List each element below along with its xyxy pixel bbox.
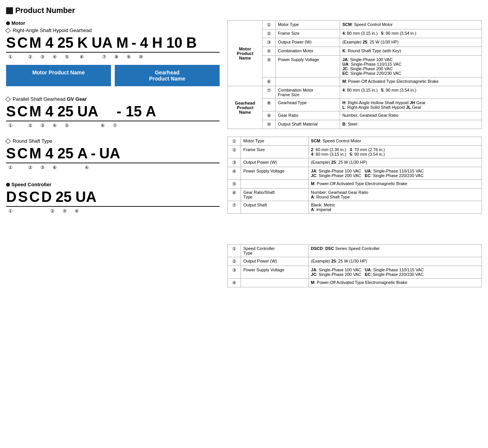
speed-controller-section: Speed Controller D S C D 25 UA ①: [6, 182, 220, 214]
table-row: ② Frame Size 2: 60 mm (2.36 in.) 3: 70 m…: [228, 146, 482, 158]
round-chars-row: S C M 4 25 A - UA: [6, 145, 220, 163]
p-char-A: A: [146, 103, 156, 120]
round-nums-row: ① ② ③ ⑥ ④: [6, 165, 220, 170]
p-char-15: 15: [126, 103, 142, 120]
char-UA: UA: [92, 35, 112, 51]
page-container: Product Number Motor Right-Angle Shaft H…: [6, 6, 482, 295]
sc-bullet: [6, 183, 10, 187]
num-9: ⑧: [112, 54, 120, 60]
table-row: ④ M: Power-Off Activated Type Electromag…: [228, 279, 482, 287]
num-10: ⑨: [124, 54, 133, 60]
spec-table-2: ① Motor Type SCM: Speed Control Motor ② …: [227, 137, 482, 214]
motor-product-name-box: Motor Product Name: [6, 65, 111, 86]
left-column: Motor Right-Angle Shaft Hypoid Gearhead …: [6, 20, 220, 224]
diamond-icon: [5, 27, 11, 33]
spec-table-3: ① Speed ControllerType DSCD: DSC Series …: [227, 244, 482, 287]
table-row: ① Motor Type SCM: Speed Control Motor: [228, 137, 482, 146]
table-row: ⑥ Gear Ratio/ShaftType Number: Gearhead …: [228, 189, 482, 201]
p-char-S: S: [6, 103, 16, 120]
table-row: ⑨ Gear Ratio Number: Geahead Gear Ratio: [228, 111, 482, 120]
table-row: ③ Output Power (W) (Example) 25: 25 W (1…: [228, 38, 482, 47]
right-angle-nums-row: ① ② ③ ④ ⑤ ⑥ ⑦ ⑧ ⑨ ⑩: [6, 54, 220, 60]
char-C: C: [17, 35, 27, 51]
field-num-1: ①: [263, 21, 276, 29]
p-char-25: 25: [57, 103, 73, 120]
table-row: ② Frame Size 4: 80 mm (3.15 in.) 5: 90 m…: [228, 29, 482, 38]
char-S: S: [6, 35, 16, 51]
sc-chars-row: D S C D 25 UA: [6, 189, 220, 207]
right-column: MotorProductName ① Motor Type SCM: Speed…: [227, 20, 482, 295]
table-row: ⑧ Gearhead Type H: Right-Angle Hollow Sh…: [228, 99, 482, 111]
table-row: ⑤ M: Power-Off Activated Type Electromag…: [228, 180, 482, 189]
table-row: ④ Combination Motor K: Round Shaft Type …: [228, 47, 482, 56]
right-angle-label: Right-Angle Shaft Hypoid Gearhead: [6, 27, 220, 33]
sc-nums-row: ① ② ③ ④: [6, 208, 220, 214]
p-char-C: C: [17, 103, 27, 120]
parallel-chars-row: S C M 4 25 UA - 15 A: [6, 103, 220, 121]
table-row: ③ Power Supply Voltage JA: Single-Phase …: [228, 266, 482, 279]
char-4: 4: [45, 35, 53, 51]
table-row: ⑦ Output Shaft Blank: Metric A: Imperial: [228, 201, 482, 214]
gearhead-product-name-box: GearheadProduct Name: [115, 65, 220, 86]
char-dash: -: [132, 35, 137, 51]
title-square-icon: [6, 7, 13, 14]
char-10: 10: [166, 35, 182, 51]
diamond-icon-3: [5, 138, 11, 143]
table-row: ④ Power Supply Voltage JA: Single-Phase …: [228, 167, 482, 180]
motor-label: Motor: [6, 20, 220, 26]
char-4b: 4: [140, 35, 148, 51]
right-angle-code-block: S C M 4 25 K UA M - 4 H 10 B ①: [6, 35, 220, 86]
char-M: M: [29, 35, 42, 51]
sc-code-block: D S C D 25 UA ① ② ③ ④: [6, 189, 220, 214]
diamond-icon-2: [5, 96, 11, 102]
motor-bullet: [6, 21, 10, 25]
parallel-label: Parallel Shaft Gearhead GV Gear: [6, 96, 220, 102]
table-row: MotorProductName ① Motor Type SCM: Speed…: [228, 21, 482, 29]
table-row: ③ Output Power (W) (Example) 25: 25 W (1…: [228, 158, 482, 167]
round-label: Round Shaft Type: [6, 138, 220, 144]
table-row: ⑤ Power Supply Voltage JA: Single-Phase …: [228, 56, 482, 77]
num-3: ②: [26, 54, 34, 60]
char-B: B: [186, 35, 196, 51]
p-char-dash: -: [117, 103, 122, 120]
char-M2: M: [116, 35, 128, 51]
spec-table-1: MotorProductName ① Motor Type SCM: Speed…: [227, 20, 482, 129]
p-char-M: M: [29, 103, 42, 120]
field-name-1: Motor Type: [276, 21, 340, 29]
blue-boxes-row: Motor Product Name GearheadProduct Name: [6, 65, 220, 86]
table-row: ② Output Power (W) (Example) 25: 25 W (1…: [228, 257, 482, 266]
group-gearhead-label: GearheadProductName: [228, 86, 263, 129]
parallel-code-block: S C M 4 25 UA - 15 A ① ② ③ ④: [6, 103, 220, 128]
table-row: ⑩ Output Shaft Material B: Steel: [228, 120, 482, 129]
table-row: ① Speed ControllerType DSCD: DSC Series …: [228, 245, 482, 257]
group-motor-label: MotorProductName: [228, 21, 263, 86]
char-25: 25: [57, 35, 73, 51]
num-1: ①: [6, 54, 14, 60]
main-layout: Motor Right-Angle Shaft Hypoid Gearhead …: [6, 20, 482, 295]
round-code-block: S C M 4 25 A - UA ① ② ③ ⑥ ④: [6, 145, 220, 170]
num-6: ⑤: [63, 54, 71, 60]
char-H: H: [152, 35, 162, 51]
p-char-UA: UA: [77, 103, 98, 120]
num-7: ⑥: [75, 54, 88, 60]
num-5: ④: [50, 54, 59, 60]
p-char-4: 4: [45, 103, 53, 120]
num-11: ⑩: [136, 54, 145, 60]
table-row: GearheadProductName ⑦ Combination MotorF…: [228, 86, 482, 99]
right-angle-chars-row: S C M 4 25 K UA M - 4 H 10 B: [6, 35, 220, 53]
speed-controller-label: Speed Controller: [6, 182, 220, 187]
table-row: ⑥ M: Power-Off Activated Type Electromag…: [228, 77, 482, 86]
p-char-blank: [102, 103, 114, 120]
num-4: ③: [38, 54, 47, 60]
page-title: Product Number: [6, 6, 482, 15]
char-K: K: [77, 35, 88, 51]
num-8: ⑦: [100, 54, 108, 60]
field-desc-1: SCM: Speed Control Motor: [340, 21, 482, 29]
parallel-nums-row: ① ② ③ ④ ⑤ ⑥ ⑦: [6, 123, 220, 128]
